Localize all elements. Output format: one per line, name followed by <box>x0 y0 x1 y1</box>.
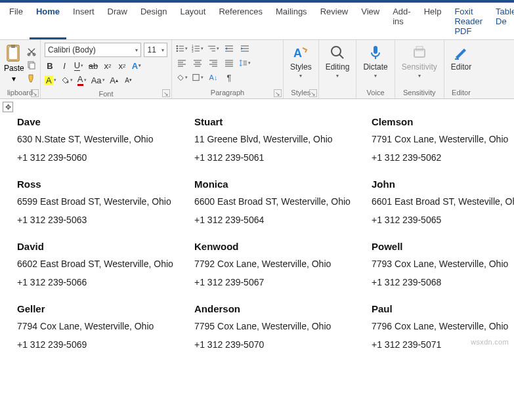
tab-review[interactable]: Review <box>314 3 355 39</box>
underline-button[interactable]: U▾ <box>74 60 84 72</box>
align-right-icon <box>209 58 218 68</box>
label-name: Geller <box>17 303 194 314</box>
labels-table: Dave630 N.State ST, Westerville, Ohio+1 … <box>4 104 514 350</box>
label-address: 630 N.State ST, Westerville, Ohio <box>17 134 194 144</box>
show-marks-button[interactable]: ¶ <box>223 72 235 83</box>
borders-button[interactable]: ▾ <box>192 72 203 83</box>
tab-draw[interactable]: Draw <box>101 3 134 39</box>
label-cell[interactable]: Geller7794 Cox Lane, Westerville, Ohio+1… <box>17 303 194 350</box>
highlight-button[interactable]: A▾ <box>45 74 56 86</box>
label-name: Clemson <box>372 116 514 127</box>
align-right-button[interactable] <box>207 57 219 69</box>
styles-launcher[interactable]: ↘ <box>309 89 317 97</box>
label-cell[interactable]: David6602 East Broad ST, Westerville, Oh… <box>17 241 194 287</box>
bold-button[interactable]: B <box>45 60 55 72</box>
tab-view[interactable]: View <box>354 3 386 39</box>
paragraph-launcher[interactable]: ↘ <box>274 89 282 97</box>
format-painter-button[interactable] <box>26 73 37 83</box>
dictate-button[interactable]: Dictate ▾ <box>363 44 387 79</box>
svg-text:A: A <box>293 47 302 60</box>
label-phone: +1 312 239-5064 <box>194 215 372 225</box>
shading-para-button[interactable]: ▾ <box>176 72 188 83</box>
align-left-button[interactable] <box>176 57 188 69</box>
clipboard-launcher[interactable]: ↘ <box>31 89 39 97</box>
tab-table-design[interactable]: Table De <box>489 3 514 39</box>
label-address: 11 Greene Blvd, Westerville, Ohio <box>194 134 372 144</box>
tab-design[interactable]: Design <box>134 3 173 39</box>
decrease-indent-button[interactable] <box>223 43 235 54</box>
label-address: 7791 Cox Lane, Westerville, Ohio <box>372 134 514 144</box>
tab-mailings[interactable]: Mailings <box>269 3 314 39</box>
text-effects-button[interactable]: A▾ <box>131 60 142 72</box>
sort-button[interactable]: A↓ <box>207 72 219 83</box>
label-address: 7792 Cox Lane, Westerville, Ohio <box>194 259 372 269</box>
group-label-editing <box>337 87 339 97</box>
strikethrough-button[interactable]: ab <box>88 60 98 72</box>
svg-point-8 <box>177 45 178 47</box>
group-label-font: Font <box>45 89 167 98</box>
font-color-button[interactable]: A▾ <box>77 74 87 86</box>
label-address: 6601 East Broad ST, Westeville, Ohio <box>372 196 514 207</box>
copy-button[interactable] <box>26 60 37 70</box>
document-area[interactable]: ✥ Dave630 N.State ST, Westerville, Ohio+… <box>0 99 514 350</box>
font-name-value: Calibri (Body) <box>48 45 96 54</box>
tab-file[interactable]: File <box>3 3 30 39</box>
justify-button[interactable] <box>223 57 235 69</box>
font-size-value: 11 <box>147 45 156 54</box>
styles-button[interactable]: A Styles ▾ <box>290 44 312 79</box>
outdent-icon <box>225 44 234 53</box>
line-spacing-button[interactable]: ▾ <box>239 57 251 69</box>
grow-font-button[interactable]: A▴ <box>109 74 119 86</box>
font-name-select[interactable]: Calibri (Body)▾ <box>45 43 141 57</box>
editing-button[interactable]: Editing ▾ <box>326 44 350 79</box>
label-cell[interactable]: Ross6599 East Broad ST, Westervile, Ohio… <box>17 178 194 225</box>
label-address: 7796 Cox Lane, Westerville, Ohio <box>372 321 514 331</box>
shading-button[interactable]: ▾ <box>60 74 73 86</box>
tab-layout[interactable]: Layout <box>173 3 212 39</box>
table-move-handle[interactable]: ✥ <box>3 102 13 112</box>
tab-references[interactable]: References <box>212 3 268 39</box>
label-cell[interactable]: Stuart11 Greene Blvd, Westerville, Ohio+… <box>194 116 372 163</box>
numbering-icon: 123 <box>192 44 200 53</box>
change-case-button[interactable]: Aa▾ <box>91 74 105 86</box>
italic-button[interactable]: I <box>59 60 70 72</box>
svg-text:3: 3 <box>192 50 194 53</box>
font-launcher[interactable]: ↘ <box>162 89 170 97</box>
increase-indent-button[interactable] <box>239 43 251 54</box>
label-cell[interactable]: Anderson7795 Cox Lane, Westerville, Ohio… <box>194 303 372 350</box>
group-editor: Editor Editor <box>444 40 478 98</box>
cut-button[interactable] <box>26 47 37 57</box>
dictate-label: Dictate <box>363 62 387 72</box>
label-cell[interactable]: Powell7793 Cox Lane, Westerville, Ohio+1… <box>372 241 514 287</box>
paste-button[interactable]: Paste ▾ <box>4 43 24 83</box>
label-phone: +1 312 239-5066 <box>17 277 194 287</box>
editor-button[interactable]: Editor <box>451 44 471 72</box>
superscript-button[interactable]: x2 <box>117 60 127 72</box>
label-cell[interactable]: Dave630 N.State ST, Westerville, Ohio+1 … <box>17 116 194 163</box>
svg-rect-52 <box>374 46 377 54</box>
group-sensitivity: Sensitivity ▾ Sensitivity <box>395 40 444 98</box>
label-cell[interactable]: John6601 East Broad ST, Westeville, Ohio… <box>372 178 514 225</box>
font-size-select[interactable]: 11▾ <box>144 43 167 57</box>
group-clipboard: Paste ▾ lipboard ↘ <box>0 40 41 98</box>
sensitivity-icon <box>411 44 428 61</box>
shrink-font-button[interactable]: A▾ <box>123 74 134 86</box>
label-address: 6599 East Broad ST, Westervile, Ohio <box>17 196 194 207</box>
group-label-sensitivity: Sensitivity <box>403 87 436 97</box>
tab-foxit[interactable]: Foxit Reader PDF <box>448 3 489 39</box>
tab-help[interactable]: Help <box>418 3 448 39</box>
align-center-button[interactable] <box>192 57 203 69</box>
tab-insert[interactable]: Insert <box>66 3 101 39</box>
multilevel-list-button[interactable]: ▾ <box>207 43 219 54</box>
numbering-button[interactable]: 123▾ <box>192 43 203 54</box>
paste-icon <box>6 44 22 62</box>
label-cell[interactable]: Clemson7791 Cox Lane, Westerville, Ohio+… <box>372 116 514 163</box>
chevron-down-icon: ▾ <box>418 73 421 79</box>
chevron-down-icon: ▾ <box>12 74 16 83</box>
tab-home[interactable]: Home <box>30 3 66 39</box>
label-cell[interactable]: Kenwood7792 Cox Lane, Westerville, Ohio+… <box>194 241 372 287</box>
label-cell[interactable]: Monica6600 East Broad ST, Westerville, O… <box>194 178 372 225</box>
bullets-button[interactable]: ▾ <box>176 43 188 54</box>
tab-addins[interactable]: Add-ins <box>386 3 417 39</box>
subscript-button[interactable]: x2 <box>102 60 113 72</box>
